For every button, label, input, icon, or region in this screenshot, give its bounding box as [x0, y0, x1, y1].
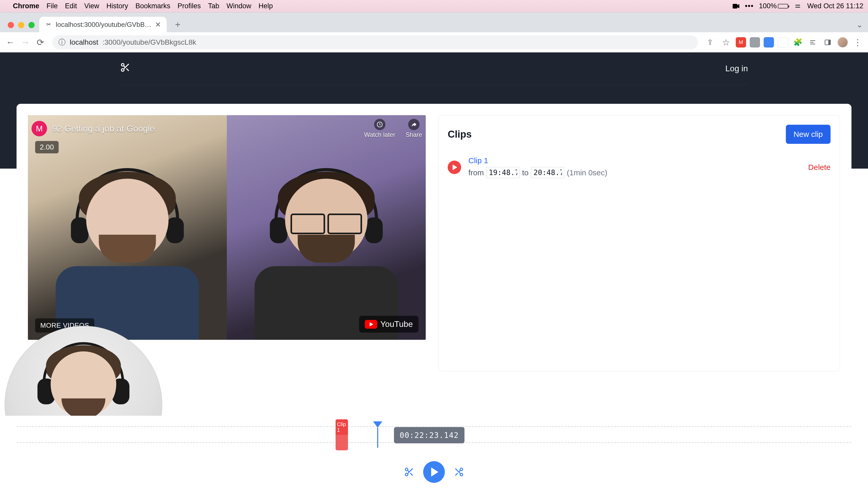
svg-point-6 [121, 69, 124, 71]
extension-icon-2[interactable] [750, 37, 760, 47]
clip-play-button[interactable] [448, 161, 461, 174]
menubar-app-name[interactable]: Chrome [13, 2, 39, 10]
menu-history[interactable]: History [106, 2, 128, 10]
reload-button[interactable]: ⟳ [34, 36, 46, 48]
clip-to-input[interactable] [531, 167, 564, 178]
playback-speed-badge: 2.00 [35, 141, 59, 153]
svg-line-20 [459, 470, 460, 472]
window-controls [5, 22, 39, 32]
watch-later-button[interactable]: Watch later [364, 119, 395, 138]
share-video-button[interactable]: Share [406, 119, 422, 138]
main-content: M 92 Getting a job at Google Watch later… [17, 104, 851, 383]
chrome-toolbar: ← → ⟳ ⓘ localhost:3000/youtube/GVbBkgscL… [0, 32, 868, 53]
battery-icon [778, 4, 788, 8]
extension-icon-3[interactable] [764, 37, 774, 47]
menu-window[interactable]: Window [226, 2, 251, 10]
chrome-tabstrip: ✂︎ localhost:3000/youtube/GVbB… ✕ ＋ ⌄ [0, 12, 868, 32]
clip-name-link[interactable]: Clip 1 [468, 156, 607, 165]
timeline-clip-marker[interactable]: Clip 1 [336, 419, 348, 435]
svg-rect-1 [796, 5, 800, 6]
clips-heading: Clips [448, 129, 472, 140]
timeline-track[interactable]: Clip 1 00:22:23.142 [17, 426, 851, 443]
clip-item: Clip 1 from to (1min 0sec) Delete [448, 154, 831, 180]
clip-duration: (1min 0sec) [567, 168, 607, 177]
svg-line-15 [408, 470, 409, 472]
menu-help[interactable]: Help [258, 2, 273, 10]
menubar-clock[interactable]: Wed Oct 26 11:12 [807, 2, 863, 10]
svg-line-9 [124, 66, 125, 67]
timeline: Clip 1 00:22:23.142 [0, 416, 868, 488]
window-close-button[interactable] [8, 22, 14, 28]
side-panel-button[interactable] [822, 36, 834, 48]
svg-point-12 [405, 473, 408, 476]
battery-status[interactable]: 100% [759, 2, 788, 10]
bookmark-button[interactable]: ☆ [720, 36, 732, 48]
app-logo-scissors-icon[interactable] [120, 62, 130, 75]
window-zoom-button[interactable] [28, 22, 35, 28]
new-clip-button[interactable]: New clip [786, 125, 831, 144]
playhead-handle-icon [373, 421, 382, 428]
clips-panel: Clips New clip Clip 1 from to (1min 0sec… [438, 115, 840, 371]
macos-menubar: Chrome File Edit View History Bookmarks … [0, 0, 868, 12]
share-icon [408, 119, 420, 130]
chrome-menu-button[interactable]: ⋮ [851, 36, 864, 48]
back-button[interactable]: ← [4, 36, 17, 48]
cut-start-button[interactable] [403, 466, 415, 478]
svg-point-16 [460, 468, 463, 471]
new-tab-button[interactable]: ＋ [172, 18, 184, 30]
svg-point-17 [460, 473, 463, 476]
share-label: Share [406, 131, 422, 138]
extension-icon-1[interactable]: M [736, 37, 746, 47]
timeline-controls [403, 461, 465, 483]
svg-point-11 [405, 468, 408, 471]
youtube-play-icon [365, 320, 377, 329]
timeline-clip-label-2: 1 [337, 427, 340, 433]
site-info-icon[interactable]: ⓘ [58, 37, 66, 47]
forward-button[interactable]: → [19, 36, 32, 48]
login-link[interactable]: Log in [725, 64, 748, 73]
control-center-icon[interactable]: ••• [746, 2, 753, 10]
video-channel-avatar[interactable]: M [32, 121, 47, 136]
timeline-clip-label-1: Clip [337, 421, 346, 427]
svg-line-19 [456, 473, 458, 475]
timeline-playhead[interactable] [373, 421, 382, 448]
timeline-play-button[interactable] [423, 461, 445, 483]
svg-rect-0 [733, 4, 737, 8]
tabs-overflow-button[interactable]: ⌄ [857, 20, 868, 32]
extensions-button[interactable]: 🧩 [792, 36, 804, 48]
menu-bookmarks[interactable]: Bookmarks [135, 2, 170, 10]
menu-edit[interactable]: Edit [65, 2, 77, 10]
clip-from-label: from [468, 168, 484, 177]
menu-tab[interactable]: Tab [208, 2, 219, 10]
address-bar[interactable]: ⓘ localhost:3000/youtube/GVbBkgscL8k [52, 35, 698, 49]
tab-favicon-icon: ✂︎ [45, 21, 52, 28]
youtube-brand-text: YouTube [380, 319, 413, 329]
svg-rect-2 [796, 7, 800, 8]
menu-view[interactable]: View [84, 2, 99, 10]
extension-icon-4[interactable] [778, 37, 788, 47]
profile-avatar[interactable] [838, 37, 848, 47]
clip-to-label: to [522, 168, 529, 177]
playhead-line [377, 428, 378, 448]
video-title[interactable]: 92 Getting a job at Google [52, 124, 155, 134]
timeline-timecode: 00:22:23.142 [394, 427, 464, 443]
share-button[interactable]: ⇪ [704, 36, 716, 48]
camera-icon[interactable] [732, 2, 740, 10]
extension-icon-5[interactable] [808, 37, 818, 47]
tab-close-button[interactable]: ✕ [155, 21, 161, 29]
url-path: :3000/youtube/GVbBkgscL8k [102, 38, 196, 46]
clip-from-input[interactable] [487, 167, 520, 178]
menu-profiles[interactable]: Profiles [178, 2, 201, 10]
menubar-extra-icon[interactable] [794, 2, 802, 10]
video-participant-right [237, 164, 416, 340]
clip-delete-button[interactable]: Delete [808, 163, 831, 172]
window-minimize-button[interactable] [18, 22, 24, 28]
clock-icon [374, 119, 385, 130]
video-participant-left [38, 164, 217, 340]
browser-tab[interactable]: ✂︎ localhost:3000/youtube/GVbB… ✕ [39, 17, 167, 32]
video-player[interactable]: M 92 Getting a job at Google Watch later… [28, 115, 426, 340]
menu-file[interactable]: File [46, 2, 58, 10]
youtube-watermark[interactable]: YouTube [359, 316, 418, 332]
cut-end-button[interactable] [453, 466, 465, 478]
tab-title: localhost:3000/youtube/GVbB… [56, 21, 151, 29]
